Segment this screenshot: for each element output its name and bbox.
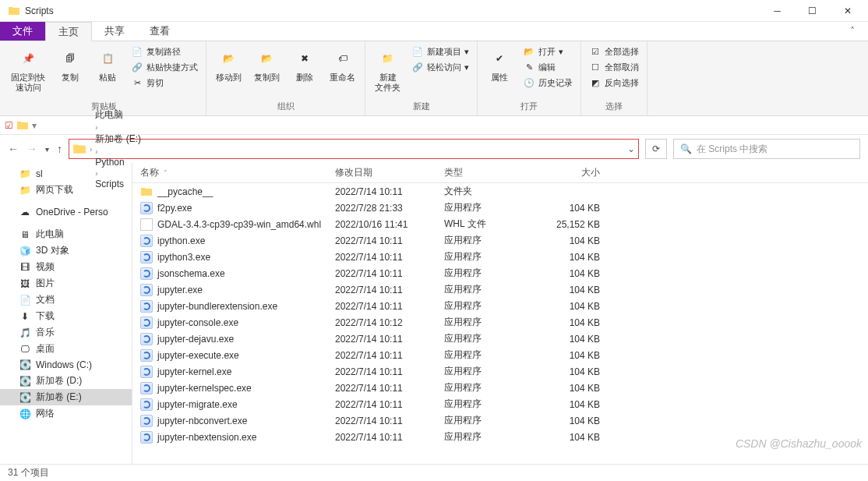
tab-file[interactable]: 文件 — [0, 22, 45, 41]
folder-icon — [8, 5, 20, 17]
tree-item[interactable]: ☁OneDrive - Perso — [0, 204, 132, 220]
file-row[interactable]: GDAL-3.4.3-cp39-cp39-win_amd64.whl2022/1… — [132, 216, 868, 232]
tree-item[interactable]: 💽Windows (C:) — [0, 357, 132, 373]
copy-button[interactable]: 🗐 复制 — [53, 43, 87, 86]
tree-item[interactable]: 🌐网络 — [0, 405, 132, 422]
recent-locations-button[interactable]: ▾ — [45, 145, 49, 154]
breadcrumb-item[interactable]: 此电脑 — [95, 108, 141, 122]
select-all-button[interactable]: ☑全部选择 — [587, 44, 640, 58]
file-row[interactable]: jupyter-bundlerextension.exe2022/7/14 10… — [132, 298, 868, 314]
file-row[interactable]: jupyter-execute.exe2022/7/14 10:11应用程序10… — [132, 347, 868, 363]
properties-icon: ✔ — [487, 46, 512, 71]
file-row[interactable]: jsonschema.exe2022/7/14 10:11应用程序104 KB — [132, 265, 868, 281]
select-none-button[interactable]: ☐全部取消 — [587, 60, 640, 74]
ribbon-tabs: 文件 主页 共享 查看 ˄ — [0, 22, 868, 41]
tree-item[interactable]: 🖥此电脑 — [0, 226, 132, 242]
edit-icon: ✎ — [523, 61, 535, 73]
new-folder-button[interactable]: 📁新建文件夹 — [370, 43, 405, 96]
file-list[interactable]: 名称 ˄ 修改日期 类型 大小 __pycache__2022/7/14 10:… — [132, 163, 868, 464]
tree-item[interactable]: 📄文档 — [0, 292, 132, 308]
drive-icon: 💽 — [19, 359, 31, 371]
new-item-button[interactable]: 📄新建项目 ▾ — [410, 44, 471, 58]
close-button[interactable]: ✕ — [830, 0, 865, 22]
search-input[interactable]: 🔍 在 Scripts 中搜索 — [673, 139, 860, 159]
file-row[interactable]: jupyter-kernel.exe2022/7/14 10:11应用程序104… — [132, 363, 868, 380]
move-to-button[interactable]: 📂移动到 — [211, 43, 246, 86]
chevron-right-icon[interactable]: › — [90, 145, 92, 154]
tree-item[interactable]: 🖼图片 — [0, 275, 132, 292]
breadcrumb-item[interactable]: 新加卷 (E:) — [95, 133, 141, 146]
back-button[interactable]: ← — [8, 143, 19, 155]
desktop-icon: 🖵 — [19, 343, 31, 355]
forward-button[interactable]: → — [26, 143, 37, 155]
tree-item[interactable]: 🖵桌面 — [0, 341, 132, 357]
qat-checkbox-icon[interactable]: ☑ — [5, 120, 13, 131]
titlebar: Scripts ─ ☐ ✕ — [0, 0, 868, 22]
qat-dropdown[interactable]: ▾ — [32, 120, 37, 131]
file-row[interactable]: jupyter.exe2022/7/14 10:11应用程序104 KB — [132, 281, 868, 298]
file-row[interactable]: jupyter-nbconvert.exe2022/7/14 10:11应用程序… — [132, 412, 868, 429]
paste-shortcut-button[interactable]: 🔗粘贴快捷方式 — [129, 60, 199, 74]
status-bar: 31 个项目 — [0, 464, 868, 481]
history-button[interactable]: 🕒历史记录 — [521, 76, 574, 90]
col-date[interactable]: 修改日期 — [335, 166, 444, 179]
chevron-right-icon[interactable]: › — [95, 147, 97, 156]
history-icon: 🕒 — [523, 76, 535, 89]
col-name[interactable]: 名称 — [140, 166, 159, 179]
tab-share[interactable]: 共享 — [92, 22, 137, 41]
copy-path-button[interactable]: 📄复制路径 — [129, 44, 199, 58]
nav-tree[interactable]: 📁sl📁网页下载☁OneDrive - Perso🖥此电脑🧊3D 对象🎞视频🖼图… — [0, 163, 132, 464]
file-row[interactable]: __pycache__2022/7/14 10:11文件夹 — [132, 183, 868, 200]
tree-item[interactable]: ⬇下载 — [0, 308, 132, 324]
group-select: ☑全部选择 ☐全部取消 ◩反向选择 选择 — [581, 41, 647, 115]
file-row[interactable]: jupyter-dejavu.exe2022/7/14 10:11应用程序104… — [132, 331, 868, 347]
pin-quick-access-button[interactable]: 📌 固定到快速访问 — [6, 43, 50, 96]
address-bar[interactable]: › 此电脑 › 新加卷 (E:) › Python › Scripts ⌄ — [69, 139, 639, 159]
col-type[interactable]: 类型 — [444, 166, 538, 179]
tree-item[interactable]: 🎵音乐 — [0, 324, 132, 341]
maximize-button[interactable]: ☐ — [795, 0, 830, 22]
edit-button[interactable]: ✎编辑 — [521, 60, 574, 74]
tree-item[interactable]: 💽新加卷 (E:) — [0, 389, 132, 405]
drive-icon: 💽 — [19, 375, 31, 387]
file-row[interactable]: jupyter-migrate.exe2022/7/14 10:11应用程序10… — [132, 396, 868, 412]
copy-to-button[interactable]: 📂复制到 — [249, 43, 284, 86]
chevron-right-icon[interactable]: › — [95, 169, 97, 178]
tree-item[interactable]: 🧊3D 对象 — [0, 242, 132, 259]
address-dropdown-button[interactable]: ⌄ — [627, 143, 635, 154]
minimize-button[interactable]: ─ — [760, 0, 795, 22]
list-header[interactable]: 名称 ˄ 修改日期 类型 大小 — [132, 163, 868, 183]
ribbon-collapse-button[interactable]: ˄ — [837, 22, 868, 41]
invert-selection-button[interactable]: ◩反向选择 — [587, 76, 640, 90]
group-organize: 📂移动到 📂复制到 ✖删除 🏷重命名 组织 — [206, 41, 365, 115]
3d-icon: 🧊 — [19, 245, 31, 257]
delete-icon: ✖ — [292, 46, 317, 71]
tab-home[interactable]: 主页 — [45, 22, 92, 41]
file-row[interactable]: ipython3.exe2022/7/14 10:11应用程序104 KB — [132, 249, 868, 265]
address-bar-row: ← → ▾ ↑ › 此电脑 › 新加卷 (E:) › Python › Scri… — [0, 135, 868, 163]
delete-button[interactable]: ✖删除 — [288, 43, 322, 86]
select-none-icon: ☐ — [589, 61, 602, 73]
paste-icon: 📋 — [95, 46, 120, 71]
open-button[interactable]: 📂打开 ▾ — [521, 44, 574, 58]
tree-item[interactable]: 🎞视频 — [0, 259, 132, 275]
tree-item[interactable]: 💽新加卷 (D:) — [0, 373, 132, 389]
file-row[interactable]: f2py.exe2022/7/28 21:33应用程序104 KB — [132, 200, 868, 216]
group-new: 📁新建文件夹 📄新建项目 ▾ 🔗轻松访问 ▾ 新建 — [365, 41, 478, 115]
properties-button[interactable]: ✔属性 — [482, 43, 517, 86]
move-icon: 📂 — [217, 46, 242, 71]
refresh-button[interactable]: ⟳ — [645, 139, 667, 159]
col-size[interactable]: 大小 — [538, 166, 616, 179]
file-row[interactable]: ipython.exe2022/7/14 10:11应用程序104 KB — [132, 232, 868, 249]
cut-button[interactable]: ✂剪切 — [129, 76, 199, 90]
rename-button[interactable]: 🏷重命名 — [325, 43, 360, 86]
easy-access-button[interactable]: 🔗轻松访问 ▾ — [410, 60, 471, 74]
paste-button[interactable]: 📋 粘贴 — [90, 43, 125, 86]
tab-view[interactable]: 查看 — [137, 22, 182, 41]
up-button[interactable]: ↑ — [57, 143, 62, 155]
chevron-right-icon[interactable]: › — [95, 123, 97, 132]
ribbon: 📌 固定到快速访问 🗐 复制 📋 粘贴 📄复制路径 🔗粘贴快捷方式 ✂剪切 剪贴… — [0, 41, 868, 116]
file-row[interactable]: jupyter-kernelspec.exe2022/7/14 10:11应用程… — [132, 380, 868, 396]
file-row[interactable]: jupyter-nbextension.exe2022/7/14 10:11应用… — [132, 429, 868, 445]
file-row[interactable]: jupyter-console.exe2022/7/14 10:12应用程序10… — [132, 314, 868, 331]
